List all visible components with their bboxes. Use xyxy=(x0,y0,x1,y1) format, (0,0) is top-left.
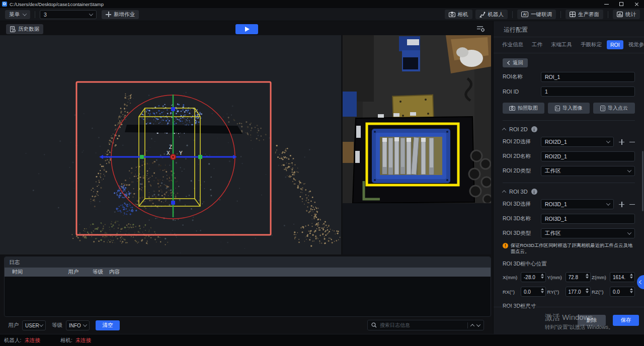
log-level-filter-value: INFO xyxy=(69,323,81,328)
pointcloud-dots xyxy=(26,92,341,255)
tab-job-info[interactable]: 作业信息 xyxy=(499,40,527,50)
tab-roi[interactable]: ROI xyxy=(607,40,623,49)
production-view-button[interactable]: 生产界面 xyxy=(566,10,603,19)
tab-vision-params[interactable]: 视觉参数 xyxy=(625,40,644,50)
spin-down-icon[interactable] xyxy=(586,291,589,293)
roi-id-input[interactable] xyxy=(541,86,635,97)
delete-button[interactable]: 删除 xyxy=(578,315,606,326)
back-button[interactable]: 返回 xyxy=(503,58,528,67)
spin-up-icon[interactable] xyxy=(541,274,544,276)
spin-up-icon[interactable] xyxy=(586,288,589,290)
roi-settings: 返回 ROI名称 ROI ID 拍照取图 导入图像 xyxy=(494,53,644,309)
save-button[interactable]: 保存 xyxy=(613,315,639,326)
remove-roi2d-button[interactable] xyxy=(629,139,635,145)
import-image-button[interactable]: 导入图像 xyxy=(548,103,590,114)
y-axis-arrow xyxy=(99,155,103,159)
roi3d-header: ROI 3D xyxy=(509,189,528,195)
roi2d-select-dropdown[interactable]: ROI2D_1 xyxy=(541,137,614,147)
add-roi3d-button[interactable] xyxy=(619,202,624,207)
spin-down-icon[interactable] xyxy=(541,291,544,293)
close-button[interactable] xyxy=(629,0,644,8)
run-button[interactable] xyxy=(235,24,258,34)
log-level-filter[interactable]: INFO xyxy=(66,320,90,330)
chevron-down-icon xyxy=(606,139,610,143)
spin-down-icon[interactable] xyxy=(586,277,589,279)
capture-image-button[interactable]: 拍照取图 xyxy=(503,103,544,114)
ry-deg-input[interactable] xyxy=(566,289,583,295)
tab-workpiece[interactable]: 工件 xyxy=(528,40,546,50)
search-next-icon[interactable] xyxy=(476,322,480,326)
statistics-button[interactable]: 统计 xyxy=(613,10,640,19)
camera-button[interactable]: 相机 xyxy=(445,10,472,19)
spin-up-icon[interactable] xyxy=(630,274,633,276)
info-icon[interactable] xyxy=(531,189,537,195)
maximize-button[interactable] xyxy=(614,0,629,8)
import-pointcloud-icon xyxy=(600,106,605,111)
remove-roi3d-button[interactable] xyxy=(629,202,635,207)
log-table-body[interactable] xyxy=(5,277,491,316)
history-data-button[interactable]: 历史数据 xyxy=(6,24,43,34)
x-mm-input[interactable] xyxy=(521,275,538,280)
tab-hand-eye-calibration[interactable]: 手眼标定 xyxy=(577,40,605,50)
job-select-dropdown[interactable]: 3 xyxy=(40,10,97,19)
roi2d-header: ROI 2D xyxy=(509,126,528,132)
y-mm-spinner xyxy=(566,272,591,282)
one-click-connect-button[interactable]: AI 一键联调 xyxy=(517,10,556,19)
import-pointcloud-button[interactable]: 导入点云 xyxy=(593,103,635,114)
roi3d-type-dropdown[interactable]: 工作区 xyxy=(541,228,635,238)
menu-dropdown[interactable]: 菜单 xyxy=(5,10,30,19)
scale-handle[interactable] xyxy=(171,201,175,205)
spin-up-icon[interactable] xyxy=(541,288,544,290)
camera-label: 相机 xyxy=(458,11,468,18)
z-mm-input[interactable] xyxy=(610,275,627,280)
camera-2d-image[interactable] xyxy=(343,35,491,203)
scale-handle[interactable] xyxy=(198,155,202,159)
status-bar: 机器人: 未连接 相机: 未连接 xyxy=(0,334,644,346)
roi-name-input[interactable] xyxy=(541,72,635,82)
log-table-header: 时间 用户 等级 内容 xyxy=(5,268,491,277)
roi2d-type-dropdown[interactable]: 工作区 xyxy=(541,166,635,176)
search-prev-icon[interactable] xyxy=(470,324,474,328)
z-mm-label: Z(mm) xyxy=(592,275,608,280)
add-roi2d-button[interactable] xyxy=(619,139,624,145)
scale-handle[interactable] xyxy=(171,107,175,111)
roi3d-select-dropdown[interactable]: ROI3D_1 xyxy=(541,199,614,209)
panel-scrollbar[interactable] xyxy=(642,151,643,211)
rz-deg-input[interactable] xyxy=(610,289,627,295)
rx-deg-spinner xyxy=(521,287,546,297)
chevron-left-icon xyxy=(639,280,643,284)
log-col-content: 内容 xyxy=(109,269,491,276)
info-icon[interactable] xyxy=(531,126,537,132)
log-user-filter[interactable]: USER xyxy=(22,320,46,330)
tab-end-tool[interactable]: 末端工具 xyxy=(547,40,576,50)
spin-up-icon[interactable] xyxy=(630,288,633,290)
roi3d-name-input[interactable] xyxy=(541,214,635,224)
divider xyxy=(503,183,635,183)
spin-up-icon[interactable] xyxy=(586,274,589,276)
add-job-button[interactable]: 新增作业 xyxy=(102,10,139,19)
divider xyxy=(608,11,608,18)
scale-handle[interactable] xyxy=(140,155,144,159)
roi2d-name-label: ROI 2D名称 xyxy=(503,153,541,160)
log-search-input[interactable] xyxy=(380,322,464,328)
log-panel-title: 日志 xyxy=(5,257,491,268)
log-col-user: 用户 xyxy=(68,269,93,276)
rx-deg-input[interactable] xyxy=(521,289,538,295)
config-panel: 运行配置 作业信息 工件 末端工具 手眼标定 ROI 视觉参数 返回 ROI名称… xyxy=(493,21,644,334)
collapse-roi3d-icon[interactable] xyxy=(502,190,506,194)
ry-deg-spinner xyxy=(566,287,591,297)
spin-down-icon[interactable] xyxy=(541,277,544,279)
divider xyxy=(503,120,635,121)
y-mm-input[interactable] xyxy=(566,275,583,280)
robot-button[interactable]: 机器人 xyxy=(475,10,508,19)
view-settings-button[interactable] xyxy=(476,25,485,33)
roi2d-name-input[interactable] xyxy=(541,151,635,161)
grid-icon xyxy=(570,12,576,17)
minimize-button[interactable] xyxy=(599,0,614,8)
spin-down-icon[interactable] xyxy=(630,277,633,279)
spin-down-icon[interactable] xyxy=(630,291,633,293)
collapse-roi2d-icon[interactable] xyxy=(502,128,506,132)
robot-label: 机器人 xyxy=(488,11,504,18)
pointcloud-3d-viewport[interactable]: Z X Y xyxy=(0,35,341,254)
clear-log-button[interactable]: 清空 xyxy=(96,320,120,330)
